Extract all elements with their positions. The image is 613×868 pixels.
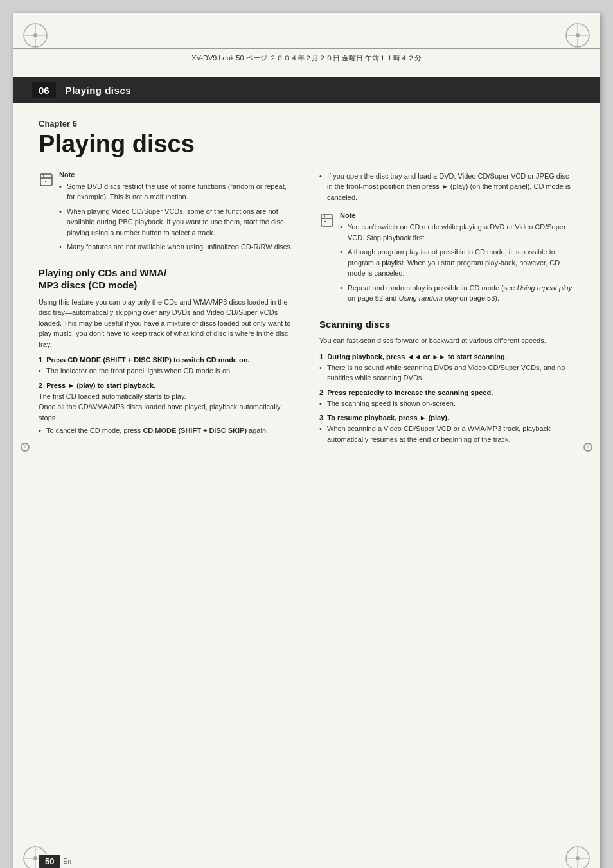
note-icon-right bbox=[319, 213, 335, 228]
top-bar-text: XV-DV9.book 50 ページ ２００４年２月２０日 金曜日 午前１１時４… bbox=[191, 53, 422, 63]
left-note-list: Some DVD discs restrict the use of some … bbox=[59, 181, 294, 252]
right-column: If you open the disc tray and load a DVD… bbox=[319, 171, 574, 450]
right-note-content: Note You can't switch on CD mode while p… bbox=[340, 211, 574, 308]
page: XV-DV9.book 50 ページ ２００４年２月２０日 金曜日 午前１１時４… bbox=[13, 13, 600, 868]
right-note-box: Note You can't switch on CD mode while p… bbox=[319, 211, 574, 308]
chapter-number: 06 bbox=[32, 82, 56, 98]
step-2-body: The first CD loaded automatically starts… bbox=[39, 391, 294, 423]
chapter-label: Chapter 6 bbox=[39, 119, 574, 128]
step-2: 2 Press ► (play) to start playback. The … bbox=[39, 382, 294, 436]
list-item: Some DVD discs restrict the use of some … bbox=[59, 181, 294, 202]
step-r2-bullet: The scanning speed is shown on-screen. bbox=[319, 398, 574, 409]
chapter-strip-title: Playing discs bbox=[66, 85, 131, 96]
corner-decoration-tl bbox=[19, 19, 51, 51]
step-r3-bullet: When scanning a Video CD/Super VCD or a … bbox=[319, 423, 574, 445]
svg-point-15 bbox=[576, 856, 580, 860]
right-note-label: Note bbox=[340, 211, 574, 219]
main-content: Chapter 6 Playing discs bbox=[39, 112, 574, 829]
svg-point-3 bbox=[33, 33, 37, 37]
step-1-bullet: The indicator on the front panel lights … bbox=[39, 366, 294, 376]
list-item: Many features are not available when usi… bbox=[59, 242, 294, 252]
step-r3: 3 To resume playback, press ► (play). Wh… bbox=[319, 414, 574, 445]
section2-heading: Scanning discs bbox=[319, 318, 574, 331]
section1-intro: Using this feature you can play only the… bbox=[39, 297, 294, 350]
list-item: If you open the disc tray and load a DVD… bbox=[319, 171, 574, 203]
step-1-heading: 1 Press CD MODE (SHIFT + DISC SKIP) to s… bbox=[39, 356, 294, 364]
svg-point-7 bbox=[576, 33, 580, 37]
step-2-heading: 2 Press ► (play) to start playback. bbox=[39, 382, 294, 389]
left-note-label: Note bbox=[59, 171, 294, 179]
two-column-layout: Note Some DVD discs restrict the use of … bbox=[39, 171, 574, 450]
footer: 50 En bbox=[39, 855, 574, 868]
left-note-content: Note Some DVD discs restrict the use of … bbox=[59, 171, 294, 256]
svg-rect-19 bbox=[321, 215, 333, 226]
chapter-title: Playing discs bbox=[39, 131, 574, 158]
corner-decoration-tr bbox=[562, 19, 594, 51]
right-note-list: You can't switch on CD mode while playin… bbox=[340, 222, 574, 304]
left-column: Note Some DVD discs restrict the use of … bbox=[39, 171, 294, 450]
chapter-strip: 06 Playing discs bbox=[13, 77, 600, 103]
svg-point-11 bbox=[33, 856, 37, 860]
side-decoration-left bbox=[21, 443, 30, 452]
step-r1-heading: 1 During playback, press ◄◄ or ►► to sta… bbox=[319, 353, 574, 360]
chapter-heading: Chapter 6 Playing discs bbox=[39, 112, 574, 158]
right-intro-list: If you open the disc tray and load a DVD… bbox=[319, 171, 574, 203]
page-lang: En bbox=[63, 858, 71, 865]
step-r2-heading: 2 Press repeatedly to increase the scann… bbox=[319, 389, 574, 396]
svg-rect-16 bbox=[40, 174, 52, 186]
list-item: You can't switch on CD mode while playin… bbox=[340, 222, 574, 243]
list-item: Repeat and random play is possible in CD… bbox=[340, 283, 574, 304]
step-r1: 1 During playback, press ◄◄ or ►► to sta… bbox=[319, 353, 574, 384]
step-2-bullet: To cancel the CD mode, press CD MODE (SH… bbox=[39, 425, 294, 436]
section2-intro: You can fast-scan discs forward or backw… bbox=[319, 335, 574, 346]
section1-heading: Playing only CDs and WMA/MP3 discs (CD m… bbox=[39, 267, 294, 292]
side-decoration-right bbox=[583, 443, 592, 452]
step-r3-heading: 3 To resume playback, press ► (play). bbox=[319, 414, 574, 421]
step-r2: 2 Press repeatedly to increase the scann… bbox=[319, 389, 574, 409]
list-item: When playing Video CD/Super VCDs, some o… bbox=[59, 206, 294, 238]
list-item: Although program play is not possible in… bbox=[340, 247, 574, 279]
page-number: 50 bbox=[39, 855, 60, 868]
step-r1-bullet: There is no sound while scanning DVDs an… bbox=[319, 362, 574, 384]
top-bar: XV-DV9.book 50 ページ ２００４年２月２０日 金曜日 午前１１時４… bbox=[13, 48, 600, 67]
note-icon-left bbox=[39, 172, 54, 188]
left-note-box: Note Some DVD discs restrict the use of … bbox=[39, 171, 294, 256]
step-1: 1 Press CD MODE (SHIFT + DISC SKIP) to s… bbox=[39, 356, 294, 376]
